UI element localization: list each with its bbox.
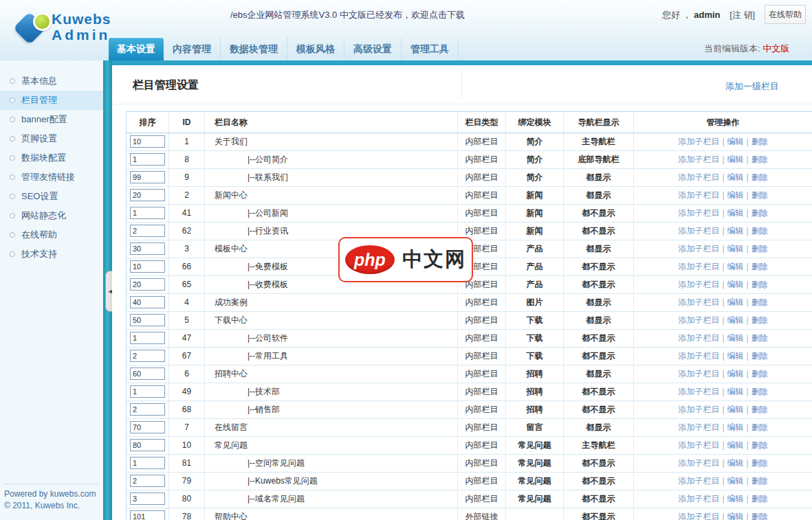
edit-link[interactable]: 编辑 <box>727 297 744 307</box>
edit-link[interactable]: 编辑 <box>727 512 744 520</box>
delete-link[interactable]: 删除 <box>751 351 768 361</box>
delete-link[interactable]: 删除 <box>751 422 768 432</box>
add-child-link[interactable]: 添加子栏目 <box>678 190 719 200</box>
add-child-link[interactable]: 添加子栏目 <box>678 512 719 520</box>
add-child-link[interactable]: 添加子栏目 <box>678 369 719 378</box>
sort-input[interactable] <box>130 171 165 183</box>
edit-link[interactable]: 编辑 <box>727 208 744 218</box>
sort-input[interactable] <box>130 475 165 487</box>
edit-link[interactable]: 编辑 <box>727 244 744 253</box>
add-child-link[interactable]: 添加子栏目 <box>678 458 719 468</box>
sort-input[interactable] <box>130 153 165 166</box>
edit-link[interactable]: 编辑 <box>727 137 744 146</box>
announcement-marquee[interactable]: /ebs企业网站管理系统V3.0 中文版已经发布，欢迎点击下载 <box>230 9 465 21</box>
sort-input[interactable] <box>130 421 165 433</box>
add-child-link[interactable]: 添加子栏目 <box>678 494 719 504</box>
add-child-link[interactable]: 添加子栏目 <box>678 476 719 486</box>
add-child-link[interactable]: 添加子栏目 <box>678 387 719 396</box>
add-child-link[interactable]: 添加子栏目 <box>678 297 719 307</box>
tab-advanced[interactable]: 高级设置 <box>344 38 402 60</box>
sidebar-item-online-help[interactable]: 在线帮助 <box>0 225 103 245</box>
add-child-link[interactable]: 添加子栏目 <box>678 315 719 325</box>
delete-link[interactable]: 删除 <box>751 262 768 271</box>
sidebar-item-datablock[interactable]: 数据块配置 <box>0 148 103 168</box>
sidebar-item-basic-info[interactable]: 基本信息 <box>0 71 103 91</box>
sort-input[interactable] <box>130 493 165 505</box>
delete-link[interactable]: 删除 <box>751 172 768 182</box>
add-top-category-link[interactable]: 添加一级栏目 <box>725 80 779 93</box>
sort-input[interactable] <box>130 510 165 520</box>
edit-link[interactable]: 编辑 <box>727 440 744 450</box>
add-child-link[interactable]: 添加子栏目 <box>678 137 719 146</box>
edit-link[interactable]: 编辑 <box>727 422 744 432</box>
edit-link[interactable]: 编辑 <box>727 155 744 164</box>
edit-link[interactable]: 编辑 <box>727 494 744 504</box>
sidebar-item-support[interactable]: 技术支持 <box>0 245 103 264</box>
delete-link[interactable]: 删除 <box>751 155 768 164</box>
edit-link[interactable]: 编辑 <box>727 333 744 343</box>
sort-input[interactable] <box>130 332 165 344</box>
add-child-link[interactable]: 添加子栏目 <box>678 333 719 343</box>
tab-content[interactable]: 内容管理 <box>164 38 221 60</box>
edit-link[interactable]: 编辑 <box>727 351 744 361</box>
delete-link[interactable]: 删除 <box>751 458 768 468</box>
delete-link[interactable]: 删除 <box>751 440 768 450</box>
sort-input[interactable] <box>130 207 165 219</box>
sort-input[interactable] <box>130 439 165 451</box>
delete-link[interactable]: 删除 <box>751 405 768 414</box>
sidebar-item-category[interactable]: 栏目管理 <box>0 91 103 110</box>
sort-input[interactable] <box>130 368 165 380</box>
sidebar-item-links[interactable]: 管理友情链接 <box>0 168 103 187</box>
add-child-link[interactable]: 添加子栏目 <box>678 405 719 414</box>
add-child-link[interactable]: 添加子栏目 <box>678 172 719 182</box>
sort-input[interactable] <box>130 385 165 398</box>
sort-input[interactable] <box>130 350 165 362</box>
sort-input[interactable] <box>130 225 165 237</box>
delete-link[interactable]: 删除 <box>751 280 768 289</box>
edit-link[interactable]: 编辑 <box>727 476 744 486</box>
edit-link[interactable]: 编辑 <box>727 226 744 236</box>
delete-link[interactable]: 删除 <box>751 137 768 146</box>
edit-link[interactable]: 编辑 <box>727 172 744 182</box>
delete-link[interactable]: 删除 <box>751 512 768 520</box>
delete-link[interactable]: 删除 <box>751 208 768 218</box>
delete-link[interactable]: 删除 <box>751 333 768 343</box>
tab-datablock[interactable]: 数据块管理 <box>221 38 287 60</box>
sidebar-item-footer[interactable]: 页脚设置 <box>0 129 103 148</box>
delete-link[interactable]: 删除 <box>751 190 768 200</box>
sort-input[interactable] <box>130 242 165 255</box>
add-child-link[interactable]: 添加子栏目 <box>678 262 719 271</box>
add-child-link[interactable]: 添加子栏目 <box>678 351 719 361</box>
add-child-link[interactable]: 添加子栏目 <box>678 244 719 253</box>
edit-link[interactable]: 编辑 <box>727 405 744 414</box>
add-child-link[interactable]: 添加子栏目 <box>678 440 719 450</box>
edit-link[interactable]: 编辑 <box>727 369 744 378</box>
edit-link[interactable]: 编辑 <box>727 315 744 325</box>
add-child-link[interactable]: 添加子栏目 <box>678 226 719 236</box>
tab-basic[interactable]: 基本设置 <box>109 38 164 60</box>
delete-link[interactable]: 删除 <box>751 315 768 325</box>
add-child-link[interactable]: 添加子栏目 <box>678 208 719 218</box>
sort-input[interactable] <box>130 314 165 326</box>
sort-input[interactable] <box>130 189 165 201</box>
delete-link[interactable]: 删除 <box>751 297 768 307</box>
delete-link[interactable]: 删除 <box>751 494 768 504</box>
delete-link[interactable]: 删除 <box>751 244 768 253</box>
tab-template[interactable]: 模板风格 <box>287 38 344 60</box>
edit-link[interactable]: 编辑 <box>727 280 744 289</box>
sort-input[interactable] <box>130 260 165 273</box>
sort-input[interactable] <box>130 403 165 416</box>
delete-link[interactable]: 删除 <box>751 226 768 236</box>
add-child-link[interactable]: 添加子栏目 <box>678 280 719 289</box>
sidebar-item-seo[interactable]: SEO设置 <box>0 187 103 206</box>
edit-link[interactable]: 编辑 <box>727 262 744 271</box>
edit-link[interactable]: 编辑 <box>727 190 744 200</box>
logout-link[interactable]: [注 销] <box>729 10 755 20</box>
online-help-button[interactable]: 在线帮助 <box>765 5 806 24</box>
sort-input[interactable] <box>130 278 165 291</box>
edit-link[interactable]: 编辑 <box>727 387 744 396</box>
delete-link[interactable]: 删除 <box>751 387 768 396</box>
add-child-link[interactable]: 添加子栏目 <box>678 422 719 432</box>
sort-input[interactable] <box>130 457 165 469</box>
sort-input[interactable] <box>130 135 165 148</box>
